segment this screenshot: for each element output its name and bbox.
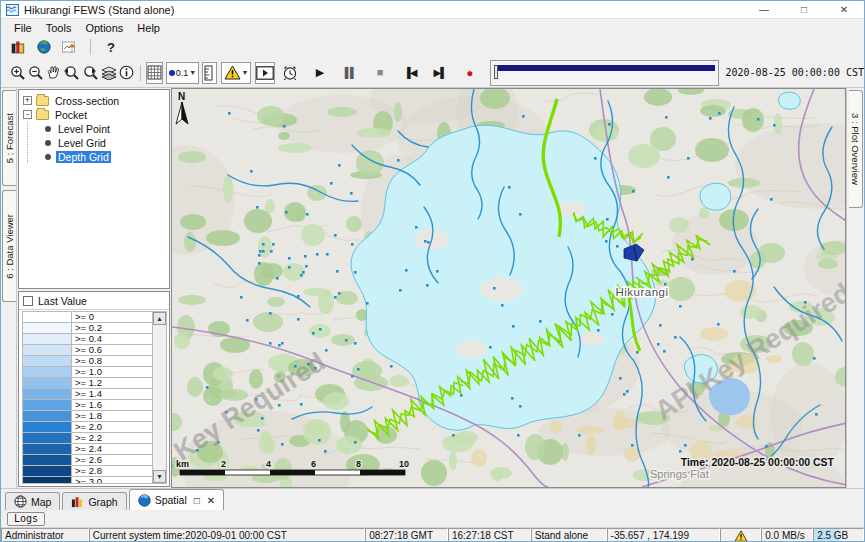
status-coordinates: -35.657 , 174.199 <box>607 528 721 542</box>
menu-help[interactable]: Help <box>130 21 167 35</box>
zoom-out-button[interactable] <box>27 62 45 84</box>
info-button[interactable] <box>118 62 135 84</box>
pan-button[interactable] <box>45 62 62 84</box>
tree-item-depth-grid[interactable]: Depth Grid <box>19 150 169 163</box>
step-back-button[interactable]: ▐◀ <box>399 62 420 84</box>
vegetation-patch <box>352 361 382 381</box>
maximize-button[interactable]: □ <box>784 1 824 19</box>
last-value-checkbox[interactable] <box>23 296 33 306</box>
close-button[interactable]: ✕ <box>824 1 864 19</box>
vegetation-patch <box>792 342 814 366</box>
tree-item-label[interactable]: Cross-section <box>53 95 121 107</box>
menu-file[interactable]: File <box>7 21 39 35</box>
tab-data-viewer[interactable]: 6 : Data Viewer <box>2 190 16 302</box>
scroll-down-icon[interactable]: ▼ <box>153 470 166 483</box>
tab-forecast[interactable]: 5 : Forecast <box>2 90 16 186</box>
tab-map[interactable]: Map <box>5 492 60 510</box>
status-local-time: 16:27:18 CST <box>448 528 531 542</box>
stream-dot <box>399 289 402 292</box>
step-forward-button[interactable]: ▶▌ <box>429 62 450 84</box>
stream-dot <box>687 157 690 160</box>
collapse-icon[interactable]: - <box>23 110 32 119</box>
stream-dot <box>366 302 369 305</box>
tree-item-label[interactable]: Pocket <box>53 109 89 121</box>
tab-graph[interactable]: Graph <box>62 492 126 510</box>
record-icon: ● <box>466 67 473 79</box>
tree-item-pocket[interactable]: - Pocket <box>19 108 169 121</box>
tab-close-icon[interactable]: ✕ <box>207 495 215 506</box>
zoom-in-button[interactable] <box>9 62 27 84</box>
menu-options[interactable]: Options <box>78 21 130 35</box>
stream-dot <box>709 117 712 120</box>
grid-button[interactable] <box>146 62 163 84</box>
interval-dropdown[interactable]: 0.1 ▼ <box>166 62 199 84</box>
stream-dot <box>297 295 300 298</box>
stream-dot <box>519 405 522 408</box>
tab-spatial[interactable]: Spatial □ ✕ <box>129 489 225 510</box>
bare-ground-patch <box>736 415 758 429</box>
vegetation-patch <box>492 471 502 481</box>
tree-item-label[interactable]: Level Grid <box>56 137 108 149</box>
tab-plot-overview-label: 3 : Plot Overview <box>850 113 861 185</box>
ruler-icon <box>203 65 215 81</box>
timeline-handle[interactable] <box>494 65 498 79</box>
layers-button[interactable] <box>100 62 118 84</box>
vegetation-patch <box>283 263 305 281</box>
stop-button[interactable]: ■ <box>369 62 390 84</box>
help-button[interactable]: ? <box>100 37 122 57</box>
menu-tools[interactable]: Tools <box>39 21 79 35</box>
legend-swatch <box>23 378 71 389</box>
timeline-slider[interactable] <box>490 60 718 86</box>
zoom-next-button[interactable] <box>81 62 100 84</box>
scale-ruler-button[interactable] <box>202 62 216 84</box>
pause-button[interactable]: ▌▌ <box>339 62 360 84</box>
timeseries-button[interactable] <box>59 37 81 57</box>
tab-restore-icon[interactable]: □ <box>194 495 200 506</box>
status-system-time: Current system time:2020-09-01 00:00 CST <box>89 528 365 542</box>
legend-scrollbar[interactable]: ▲ ▼ <box>152 312 166 483</box>
stream-dot <box>594 157 597 160</box>
scroll-up-icon[interactable]: ▲ <box>153 312 166 325</box>
scale-tick: 4 <box>266 459 271 469</box>
stream-dot <box>288 257 291 260</box>
stream-dot <box>452 434 455 437</box>
stream-dot <box>262 250 265 253</box>
play-button[interactable]: ▶ <box>309 62 330 84</box>
vegetation-patch <box>740 305 762 319</box>
tree-item-label-selected[interactable]: Depth Grid <box>56 151 111 163</box>
vegetation-patch <box>257 106 285 126</box>
legend-row[interactable]: >= 3.0 <box>23 477 152 483</box>
warning-threshold-dropdown[interactable]: ▼ <box>221 62 252 84</box>
tree-item-label[interactable]: Level Point <box>56 123 112 135</box>
tree-item-level-grid[interactable]: Level Grid <box>19 136 169 149</box>
stream-dot <box>522 115 525 118</box>
expand-icon[interactable]: + <box>23 96 32 105</box>
stream-dot <box>351 243 354 246</box>
vegetation-patch <box>178 295 206 305</box>
map-view[interactable]: API Key Required API Key Required Hikura… <box>171 88 846 488</box>
status-bar: Administrator Current system time:2020-0… <box>1 527 864 542</box>
pan-hand-icon <box>46 65 61 80</box>
record-button[interactable]: ● <box>459 62 480 84</box>
tree-item-level-point[interactable]: Level Point <box>19 122 169 135</box>
zoom-in-icon <box>10 65 26 81</box>
animation-dialog-button[interactable] <box>255 62 275 84</box>
map-display-button[interactable] <box>33 37 55 57</box>
tab-plot-overview[interactable]: 3 : Plot Overview <box>849 90 863 208</box>
timer-button[interactable] <box>281 62 299 84</box>
legend-swatch <box>23 422 71 433</box>
stream-dot <box>663 350 666 353</box>
zoom-previous-button[interactable] <box>62 62 81 84</box>
logs-button[interactable]: Logs <box>7 512 45 526</box>
tree-item-cross-section[interactable]: + Cross-section <box>19 94 169 107</box>
tab-forecast-label: 5 : Forecast <box>4 113 15 163</box>
minimize-button[interactable]: — <box>744 1 784 19</box>
stream-dot <box>338 164 341 167</box>
status-user: Administrator <box>1 528 89 542</box>
vegetation-patch <box>357 128 391 138</box>
status-warning[interactable] <box>720 528 761 542</box>
database-button[interactable] <box>7 37 29 57</box>
vegetation-patch <box>206 230 240 246</box>
stream-dot <box>511 397 514 400</box>
status-memory[interactable]: 2.5 GB <box>813 528 864 542</box>
